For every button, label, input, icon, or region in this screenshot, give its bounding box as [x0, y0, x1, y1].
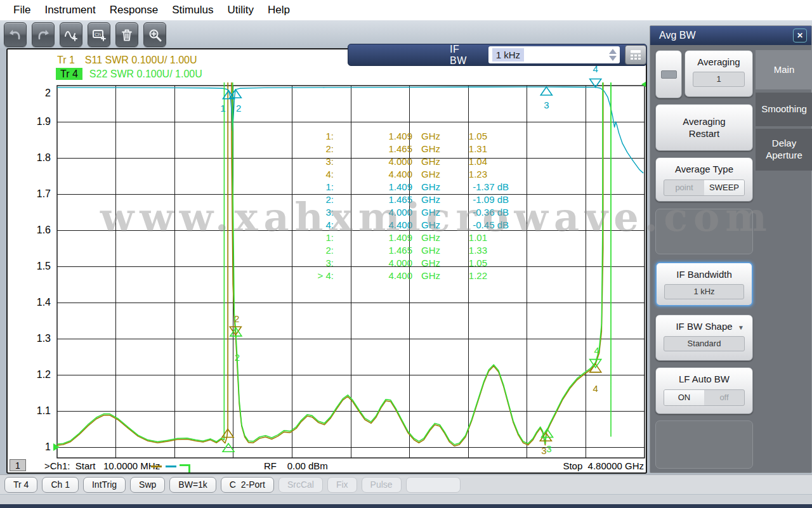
svg-text:3: 3	[544, 100, 549, 110]
start-frequency-text: >Ch1: Start 10.0000 MHz	[44, 460, 160, 471]
trace-legend-tr4[interactable]: Tr 4S22 SWR 0.100U/ 1.00U	[56, 68, 202, 80]
marker-row: 1:1.409GHz1.01	[280, 232, 521, 245]
tab-smoothing[interactable]: Smoothing	[756, 93, 812, 126]
svg-text:3: 3	[541, 445, 546, 456]
marker-row: 3:4.000GHz-0.36 dB	[280, 207, 521, 219]
tr2-style-dash	[166, 466, 176, 467]
marker-row: 2:1.465GHz-1.09 dB	[280, 194, 521, 207]
y-axis-label: 1.5	[19, 261, 51, 272]
status-empty[interactable]	[406, 477, 461, 493]
if-bw-spinner[interactable]	[608, 48, 618, 62]
undo-icon[interactable]	[4, 22, 27, 47]
stop-frequency-text: Stop 4.80000 GHz	[490, 460, 644, 471]
bottom-strip	[0, 495, 812, 504]
menu-stimulus[interactable]: Stimulus	[165, 4, 220, 16]
marker-row: 4:4.400GHz1.23	[280, 169, 521, 181]
y-axis-label: 1.1	[19, 405, 51, 417]
average-type-button[interactable]: Average Type point SWEEP	[655, 157, 753, 202]
marker-row: 2:1.465GHz1.33	[280, 245, 521, 257]
status-srccal[interactable]: SrcCal	[278, 477, 323, 493]
marker-row: 3:4.000GHz1.04	[280, 156, 521, 169]
blank-button-1	[655, 209, 753, 254]
lf-auto-bw-off-option[interactable]: off	[704, 390, 744, 405]
if-bw-input[interactable]: 1 kHz	[488, 46, 620, 63]
active-trace-badge: Tr 4	[56, 68, 82, 80]
if-bw-shape-button[interactable]: IF BW Shape ▼ Standard	[655, 315, 753, 361]
panel-title: Avg BW ✕	[650, 26, 811, 45]
status-pulse[interactable]: Pulse	[362, 477, 402, 493]
averaging-value: 1	[693, 72, 745, 87]
tab-delay-aperture[interactable]: Delay Aperture	[756, 129, 812, 171]
lf-auto-bw-button[interactable]: LF Auto BW ON off	[655, 367, 753, 414]
status-tr-4[interactable]: Tr 4	[4, 477, 37, 493]
status-ch-1[interactable]: Ch 1	[42, 477, 79, 493]
y-axis-label: 2	[19, 88, 51, 99]
status-c-2-port[interactable]: C 2-Port	[221, 477, 274, 493]
add-trace-icon[interactable]	[60, 22, 82, 47]
add-channel-icon[interactable]: Ch	[88, 22, 110, 47]
rf-power-text: RF 0.00 dBm	[264, 460, 328, 471]
status-bw-1k[interactable]: BW=1k	[169, 477, 216, 493]
lf-auto-bw-toggle[interactable]: ON off	[664, 389, 745, 406]
averaging-led-indicator	[661, 70, 677, 79]
status-inttrig[interactable]: IntTrig	[83, 477, 126, 493]
svg-text:Ch: Ch	[95, 31, 101, 37]
averaging-enable-button[interactable]	[655, 50, 682, 98]
marker-row: 3:4.000GHz1.05	[280, 257, 521, 270]
delete-icon[interactable]	[115, 22, 138, 47]
average-type-sweep-option[interactable]: SWEEP	[704, 180, 744, 195]
svg-text:1: 1	[220, 103, 225, 114]
status-swp[interactable]: Swp	[130, 477, 165, 493]
toolbar-buttons: Ch	[4, 22, 166, 47]
average-type-point-option[interactable]: point	[664, 180, 704, 195]
lf-auto-bw-on-option[interactable]: ON	[664, 390, 704, 405]
svg-text:2: 2	[234, 313, 239, 324]
menu-file[interactable]: File	[6, 4, 37, 16]
marker-row: > 4:4.400GHz1.22	[280, 270, 521, 283]
svg-text:4: 4	[594, 345, 599, 356]
y-axis-label: 1.6	[19, 225, 51, 236]
tab-main[interactable]: Main	[756, 50, 812, 89]
status-fix[interactable]: Fix	[327, 477, 357, 493]
marker-row: 1:1.409GHz1.05	[280, 131, 521, 143]
averaging-restart-button[interactable]: Averaging Restart	[655, 104, 753, 151]
bottom-bar	[0, 504, 812, 508]
redo-icon[interactable]	[32, 22, 55, 47]
svg-text:4: 4	[593, 383, 598, 394]
marker-row: 4:4.400GHz-0.45 dB	[280, 219, 521, 232]
if-bandwidth-value: 1 kHz	[664, 284, 744, 299]
if-bw-bar: IF BW 1 kHz	[348, 44, 647, 66]
menu-utility[interactable]: Utility	[220, 4, 261, 16]
tr4-style-dash	[180, 464, 190, 472]
spinner-down-icon[interactable]	[609, 56, 617, 61]
y-axis-label: 1	[19, 441, 51, 453]
menu-response[interactable]: Response	[103, 4, 166, 16]
tr1-style-dash	[151, 466, 162, 467]
dropdown-arrow-icon[interactable]: ▼	[738, 324, 744, 331]
y-axis-label: 1.9	[19, 116, 51, 127]
plot-area: Tr 1S11 SWR 0.100U/ 1.00U Tr 2S21 LogM 1…	[8, 49, 646, 472]
keypad-icon[interactable]	[625, 45, 646, 65]
svg-text:3: 3	[546, 443, 551, 454]
trace-legend-tr1[interactable]: Tr 1S11 SWR 0.100U/ 1.00U	[57, 55, 197, 66]
marker-row: 2:1.465GHz1.31	[280, 143, 521, 156]
menu-instrument[interactable]: Instrument	[37, 4, 102, 16]
if-bw-value: 1 kHz	[492, 48, 524, 62]
if-bandwidth-button[interactable]: IF Bandwidth 1 kHz	[655, 262, 753, 306]
menu-bar: FileInstrumentResponseStimulusUtilityHel…	[0, 0, 812, 20]
svg-text:2: 2	[235, 352, 240, 363]
y-axis-label: 1.3	[19, 333, 51, 344]
spinner-up-icon[interactable]	[609, 49, 617, 54]
zoom-icon[interactable]	[143, 22, 166, 47]
avg-bw-panel: Avg BW ✕ Averaging 1 Averaging Restart A…	[650, 25, 812, 473]
average-type-toggle[interactable]: point SWEEP	[664, 179, 745, 196]
y-axis-label: 1.7	[19, 188, 51, 200]
close-icon[interactable]: ✕	[793, 29, 807, 42]
averaging-button[interactable]: Averaging 1	[684, 50, 753, 97]
chart-panel: Tr 1S11 SWR 0.100U/ 1.00U Tr 2S21 LogM 1…	[6, 48, 647, 474]
y-axis-label: 1.4	[19, 297, 51, 308]
channel-badge: 1	[10, 459, 26, 471]
y-axis-label: 1.8	[19, 152, 51, 164]
menu-help[interactable]: Help	[261, 4, 297, 16]
status-bar: Tr 4Ch 1IntTrigSwpBW=1kC 2-PortSrcCalFix…	[0, 474, 812, 494]
